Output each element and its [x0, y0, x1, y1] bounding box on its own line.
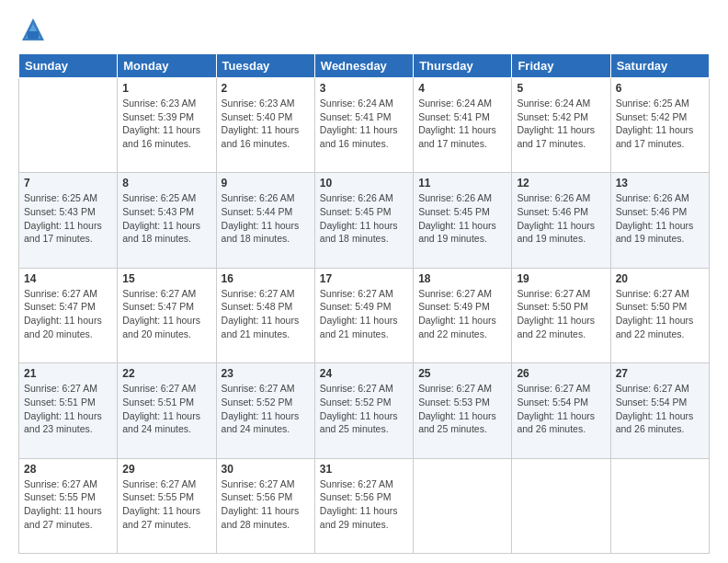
calendar-cell: 18Sunrise: 6:27 AM Sunset: 5:49 PM Dayli…: [414, 268, 512, 362]
day-info: Sunrise: 6:25 AM Sunset: 5:43 PM Dayligh…: [122, 191, 210, 246]
calendar-week-3: 14Sunrise: 6:27 AM Sunset: 5:47 PM Dayli…: [19, 268, 710, 362]
day-number: 18: [418, 272, 506, 285]
calendar-cell: 13Sunrise: 6:26 AM Sunset: 5:46 PM Dayli…: [610, 173, 709, 268]
day-number: 30: [222, 463, 310, 476]
calendar-header-saturday: Saturday: [610, 54, 709, 78]
calendar-cell: [19, 78, 118, 173]
day-info: Sunrise: 6:27 AM Sunset: 5:52 PM Dayligh…: [222, 382, 310, 436]
calendar-cell: [610, 458, 709, 553]
day-number: 31: [320, 463, 408, 476]
day-number: 13: [616, 177, 704, 190]
calendar-cell: 23Sunrise: 6:27 AM Sunset: 5:52 PM Dayli…: [216, 363, 314, 458]
calendar-cell: 12Sunrise: 6:26 AM Sunset: 5:46 PM Dayli…: [512, 173, 610, 268]
day-number: 3: [320, 82, 408, 95]
day-info: Sunrise: 6:27 AM Sunset: 5:51 PM Dayligh…: [24, 382, 112, 436]
day-info: Sunrise: 6:27 AM Sunset: 5:52 PM Dayligh…: [320, 382, 408, 436]
logo: [18, 15, 51, 44]
day-number: 14: [24, 272, 112, 285]
calendar-cell: 22Sunrise: 6:27 AM Sunset: 5:51 PM Dayli…: [118, 363, 216, 458]
calendar-header-thursday: Thursday: [414, 54, 512, 78]
day-info: Sunrise: 6:26 AM Sunset: 5:46 PM Dayligh…: [517, 191, 605, 246]
calendar-cell: 11Sunrise: 6:26 AM Sunset: 5:45 PM Dayli…: [414, 173, 512, 268]
day-number: 10: [320, 177, 408, 190]
calendar-header-row: SundayMondayTuesdayWednesdayThursdayFrid…: [19, 54, 710, 78]
calendar-cell: 20Sunrise: 6:27 AM Sunset: 5:50 PM Dayli…: [610, 268, 709, 362]
day-info: Sunrise: 6:27 AM Sunset: 5:50 PM Dayligh…: [517, 287, 605, 341]
day-info: Sunrise: 6:23 AM Sunset: 5:39 PM Dayligh…: [122, 97, 210, 151]
day-number: 25: [418, 367, 506, 380]
calendar-cell: 1Sunrise: 6:23 AM Sunset: 5:39 PM Daylig…: [118, 78, 216, 173]
calendar-cell: 10Sunrise: 6:26 AM Sunset: 5:45 PM Dayli…: [314, 173, 413, 268]
day-info: Sunrise: 6:27 AM Sunset: 5:49 PM Dayligh…: [320, 287, 408, 341]
calendar-cell: 27Sunrise: 6:27 AM Sunset: 5:54 PM Dayli…: [610, 363, 709, 458]
day-info: Sunrise: 6:25 AM Sunset: 5:42 PM Dayligh…: [616, 97, 704, 151]
day-number: 27: [616, 367, 704, 380]
calendar-header-sunday: Sunday: [19, 54, 118, 78]
day-info: Sunrise: 6:26 AM Sunset: 5:45 PM Dayligh…: [418, 191, 506, 246]
day-number: 4: [418, 82, 506, 95]
day-info: Sunrise: 6:27 AM Sunset: 5:49 PM Dayligh…: [418, 287, 506, 341]
calendar-cell: 8Sunrise: 6:25 AM Sunset: 5:43 PM Daylig…: [118, 173, 216, 268]
day-number: 24: [320, 367, 408, 380]
day-number: 9: [222, 177, 310, 190]
calendar-cell: 26Sunrise: 6:27 AM Sunset: 5:54 PM Dayli…: [512, 363, 610, 458]
calendar-cell: 7Sunrise: 6:25 AM Sunset: 5:43 PM Daylig…: [19, 173, 118, 268]
header: [18, 15, 710, 44]
day-info: Sunrise: 6:23 AM Sunset: 5:40 PM Dayligh…: [222, 97, 310, 151]
calendar-cell: 3Sunrise: 6:24 AM Sunset: 5:41 PM Daylig…: [314, 78, 413, 173]
day-info: Sunrise: 6:27 AM Sunset: 5:53 PM Dayligh…: [418, 382, 506, 436]
day-info: Sunrise: 6:26 AM Sunset: 5:45 PM Dayligh…: [320, 191, 408, 246]
calendar-table: SundayMondayTuesdayWednesdayThursdayFrid…: [18, 53, 710, 554]
day-info: Sunrise: 6:27 AM Sunset: 5:51 PM Dayligh…: [122, 382, 210, 436]
day-number: 28: [24, 463, 112, 476]
day-number: 21: [24, 367, 112, 380]
calendar-cell: 25Sunrise: 6:27 AM Sunset: 5:53 PM Dayli…: [414, 363, 512, 458]
day-info: Sunrise: 6:27 AM Sunset: 5:56 PM Dayligh…: [320, 477, 408, 532]
calendar-week-2: 7Sunrise: 6:25 AM Sunset: 5:43 PM Daylig…: [19, 173, 710, 268]
day-info: Sunrise: 6:24 AM Sunset: 5:41 PM Dayligh…: [320, 97, 408, 151]
day-number: 12: [517, 177, 605, 190]
day-number: 2: [222, 82, 310, 95]
day-number: 23: [222, 367, 310, 380]
calendar-week-1: 1Sunrise: 6:23 AM Sunset: 5:39 PM Daylig…: [19, 78, 710, 173]
day-info: Sunrise: 6:24 AM Sunset: 5:42 PM Dayligh…: [517, 97, 605, 151]
day-number: 5: [517, 82, 605, 95]
calendar-cell: 24Sunrise: 6:27 AM Sunset: 5:52 PM Dayli…: [314, 363, 413, 458]
day-info: Sunrise: 6:26 AM Sunset: 5:46 PM Dayligh…: [616, 191, 704, 246]
day-number: 20: [616, 272, 704, 285]
day-info: Sunrise: 6:27 AM Sunset: 5:56 PM Dayligh…: [222, 477, 310, 532]
calendar-cell: 29Sunrise: 6:27 AM Sunset: 5:55 PM Dayli…: [118, 458, 216, 553]
calendar-cell: 30Sunrise: 6:27 AM Sunset: 5:56 PM Dayli…: [216, 458, 314, 553]
day-number: 19: [517, 272, 605, 285]
calendar-cell: 5Sunrise: 6:24 AM Sunset: 5:42 PM Daylig…: [512, 78, 610, 173]
calendar-cell: 16Sunrise: 6:27 AM Sunset: 5:48 PM Dayli…: [216, 268, 314, 362]
calendar-header-wednesday: Wednesday: [314, 54, 413, 78]
day-number: 8: [122, 177, 210, 190]
calendar-header-monday: Monday: [118, 54, 216, 78]
calendar-cell: [512, 458, 610, 553]
day-number: 29: [122, 463, 210, 476]
day-number: 1: [122, 82, 210, 95]
day-info: Sunrise: 6:27 AM Sunset: 5:47 PM Dayligh…: [24, 287, 112, 341]
day-info: Sunrise: 6:27 AM Sunset: 5:54 PM Dayligh…: [517, 382, 605, 436]
day-info: Sunrise: 6:26 AM Sunset: 5:44 PM Dayligh…: [222, 191, 310, 246]
calendar-cell: 21Sunrise: 6:27 AM Sunset: 5:51 PM Dayli…: [19, 363, 118, 458]
calendar-week-4: 21Sunrise: 6:27 AM Sunset: 5:51 PM Dayli…: [19, 363, 710, 458]
day-info: Sunrise: 6:25 AM Sunset: 5:43 PM Dayligh…: [24, 191, 112, 246]
calendar-cell: 9Sunrise: 6:26 AM Sunset: 5:44 PM Daylig…: [216, 173, 314, 268]
day-info: Sunrise: 6:24 AM Sunset: 5:41 PM Dayligh…: [418, 97, 506, 151]
logo-icon: [18, 15, 48, 44]
calendar-cell: 31Sunrise: 6:27 AM Sunset: 5:56 PM Dayli…: [314, 458, 413, 553]
day-info: Sunrise: 6:27 AM Sunset: 5:47 PM Dayligh…: [122, 287, 210, 341]
svg-rect-2: [28, 31, 39, 39]
day-number: 16: [222, 272, 310, 285]
calendar-cell: 4Sunrise: 6:24 AM Sunset: 5:41 PM Daylig…: [414, 78, 512, 173]
day-info: Sunrise: 6:27 AM Sunset: 5:50 PM Dayligh…: [616, 287, 704, 341]
calendar-cell: 19Sunrise: 6:27 AM Sunset: 5:50 PM Dayli…: [512, 268, 610, 362]
calendar-cell: 2Sunrise: 6:23 AM Sunset: 5:40 PM Daylig…: [216, 78, 314, 173]
day-number: 22: [122, 367, 210, 380]
calendar-cell: 15Sunrise: 6:27 AM Sunset: 5:47 PM Dayli…: [118, 268, 216, 362]
day-number: 7: [24, 177, 112, 190]
page: SundayMondayTuesdayWednesdayThursdayFrid…: [0, 0, 728, 563]
day-number: 11: [418, 177, 506, 190]
